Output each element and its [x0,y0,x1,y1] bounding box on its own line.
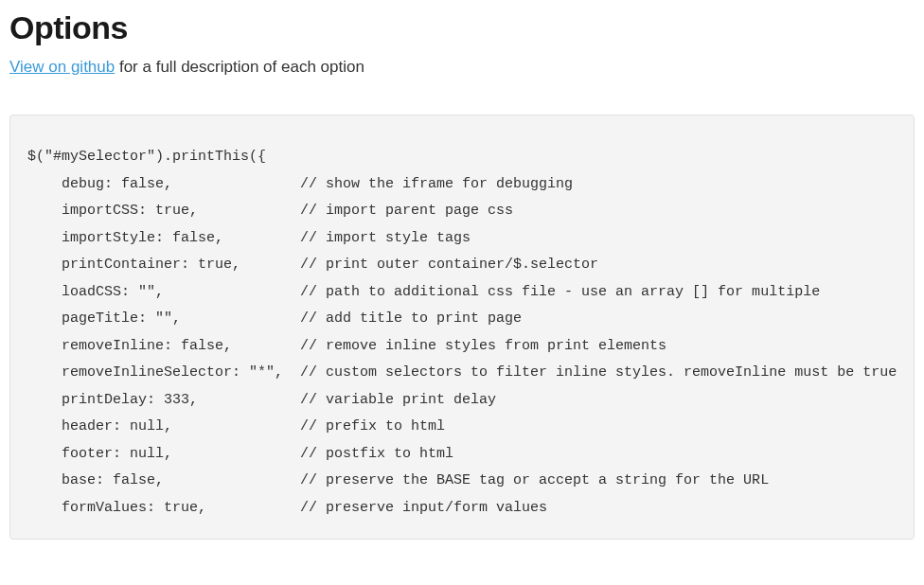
page-heading: Options [9,9,915,46]
github-link[interactable]: View on github [9,58,115,76]
code-block: $("#mySelector").printThis({ debug: fals… [9,115,915,540]
subtitle-text: for a full description of each option [115,58,364,76]
subtitle-paragraph: View on github for a full description of… [9,58,915,77]
